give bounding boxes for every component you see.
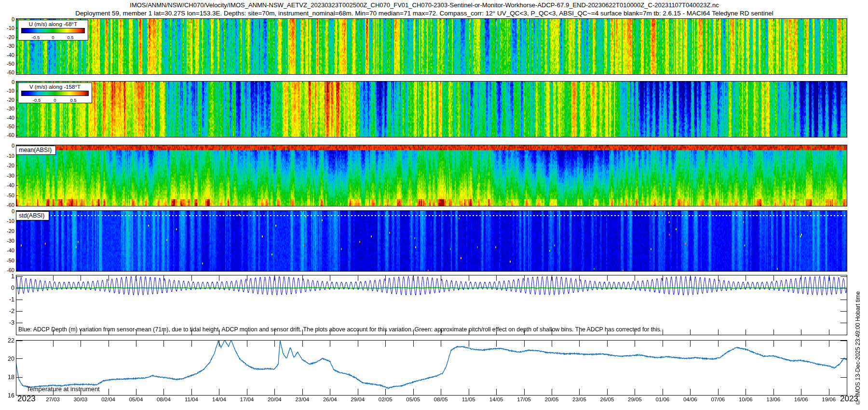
colorbar-tick-label: -0.5 bbox=[32, 35, 40, 40]
x-tick-label: 17/04 bbox=[234, 396, 260, 402]
y-tick-label: -20 bbox=[0, 228, 14, 234]
y-tick-label: 18 bbox=[0, 374, 14, 381]
y-tick-label: -20 bbox=[0, 34, 14, 40]
colorbar-tick-label: -0.5 bbox=[33, 97, 41, 103]
imos-credit: © IMOS 13-Dec-2025 23:49:00 Hobart time bbox=[854, 228, 861, 405]
x-tick-label: 26/05 bbox=[594, 396, 620, 402]
y-tick-label: -50 bbox=[0, 61, 14, 67]
y-tick-label: -3 bbox=[0, 319, 14, 326]
colorbar-tick-label: 0.5 bbox=[67, 35, 73, 40]
u-velocity-heatmap bbox=[16, 18, 847, 75]
y-tick-label: -60 bbox=[0, 202, 14, 208]
temperature-label: Temperature at instrument bbox=[27, 385, 100, 393]
mean-absi-label: mean(ABSI) bbox=[16, 146, 56, 155]
y-tick-label: -30 bbox=[0, 238, 14, 244]
y-tick-label: -20 bbox=[0, 97, 14, 103]
std-absi-label: std(ABSI) bbox=[16, 211, 49, 220]
y-tick-label: -40 bbox=[0, 115, 14, 121]
y-tick-label: -60 bbox=[0, 267, 14, 273]
y-tick-label: 0 bbox=[0, 285, 14, 291]
y-tick-label: -60 bbox=[0, 132, 14, 138]
y-tick-label: -10 bbox=[0, 153, 14, 159]
x-tick-label: 02/05 bbox=[372, 396, 398, 402]
colorbar-tick-label: 0 bbox=[52, 35, 54, 40]
y-tick-label: -10 bbox=[0, 88, 14, 94]
y-tick-label: -60 bbox=[0, 69, 14, 75]
y-tick-label: -2 bbox=[0, 308, 14, 314]
x-tick-label: 17/05 bbox=[511, 396, 537, 402]
y-tick-label: -20 bbox=[0, 163, 14, 168]
x-tick-label: 19/06 bbox=[816, 396, 842, 402]
depth-variation-note: Blue: ADCP Depth (m) variation from sens… bbox=[18, 326, 662, 333]
y-tick-label: 1 bbox=[0, 273, 14, 280]
std-absi-heatmap bbox=[16, 210, 847, 272]
adcp-figure: IMOS/ANMN/NSW/CH070/Velocity/IMOS_ANMN-N… bbox=[0, 0, 868, 410]
x-tick-label: 20/04 bbox=[261, 396, 287, 402]
y-tick-label: 0 bbox=[0, 143, 14, 149]
y-tick-label: 0 bbox=[0, 16, 14, 22]
y-tick-label: 22 bbox=[0, 337, 14, 344]
jet-colorbar bbox=[21, 28, 85, 33]
v-velocity-heatmap bbox=[16, 81, 847, 137]
x-tick-label: 30/03 bbox=[68, 396, 94, 402]
x-tick-label: 07/06 bbox=[705, 396, 731, 402]
y-tick-label: -10 bbox=[0, 25, 14, 31]
x-tick-label: 23/05 bbox=[566, 396, 592, 402]
jet-colorbar bbox=[21, 91, 89, 96]
x-tick-label: 10/06 bbox=[732, 396, 759, 402]
colorbar-tick-label: 0.5 bbox=[70, 97, 76, 103]
v-colorbar-legend: V (m/s) along -158°T -0.5 0 0.5 bbox=[18, 82, 92, 103]
x-tick-label: 05/04 bbox=[123, 396, 149, 402]
y-tick-label: -40 bbox=[0, 182, 14, 188]
x-tick-label: 23/04 bbox=[289, 396, 315, 402]
y-tick-label: -40 bbox=[0, 52, 14, 58]
x-tick-label: 11/05 bbox=[456, 396, 482, 402]
y-tick-label: -30 bbox=[0, 173, 14, 178]
y-tick-label: -50 bbox=[0, 258, 14, 263]
figure-title: IMOS/ANMN/NSW/CH070/Velocity/IMOS_ANMN-N… bbox=[0, 1, 849, 9]
x-tick-label: 20/05 bbox=[539, 396, 565, 402]
y-tick-label: 0 bbox=[0, 208, 14, 214]
y-tick-label: -30 bbox=[0, 43, 14, 49]
year-label-left: 2023 bbox=[17, 394, 36, 404]
y-tick-label: 16 bbox=[0, 392, 14, 399]
x-tick-label: 04/06 bbox=[677, 396, 703, 402]
y-tick-label: 20 bbox=[0, 355, 14, 362]
x-tick-label: 27/03 bbox=[40, 396, 66, 402]
x-tick-label: 16/06 bbox=[788, 396, 814, 402]
y-tick-label: -1 bbox=[0, 296, 14, 303]
x-tick-label: 08/05 bbox=[428, 396, 454, 402]
x-tick-label: 13/06 bbox=[760, 396, 787, 402]
x-tick-label: 14/04 bbox=[206, 396, 232, 402]
x-tick-label: 29/04 bbox=[345, 396, 371, 402]
x-tick-label: 02/04 bbox=[95, 396, 122, 402]
x-tick-label: 01/06 bbox=[650, 396, 676, 402]
x-tick-label: 29/05 bbox=[622, 396, 648, 402]
x-tick-label: 08/04 bbox=[150, 396, 176, 402]
x-tick-label: 05/05 bbox=[400, 396, 426, 402]
y-tick-label: -50 bbox=[0, 192, 14, 198]
figure-subtitle: Deployment 59, member 1 lat=30.27S lon=1… bbox=[0, 10, 849, 17]
x-tick-label: 14/05 bbox=[483, 396, 509, 402]
colorbar-tick-label: 0 bbox=[54, 97, 56, 103]
y-tick-label: -10 bbox=[0, 218, 14, 224]
u-colorbar-legend: U (m/s) along -68°T -0.5 0 0.5 bbox=[18, 20, 88, 41]
u-legend-title: U (m/s) along -68°T bbox=[21, 21, 85, 28]
y-tick-label: 0 bbox=[0, 79, 14, 85]
y-tick-label: -30 bbox=[0, 106, 14, 111]
v-legend-title: V (m/s) along -158°T bbox=[21, 84, 89, 91]
x-tick-label: 11/04 bbox=[178, 396, 204, 402]
x-tick-label: 26/04 bbox=[317, 396, 343, 402]
mean-absi-heatmap bbox=[16, 145, 847, 206]
y-tick-label: -40 bbox=[0, 247, 14, 253]
y-tick-label: -50 bbox=[0, 123, 14, 129]
temperature-plot bbox=[16, 340, 847, 396]
